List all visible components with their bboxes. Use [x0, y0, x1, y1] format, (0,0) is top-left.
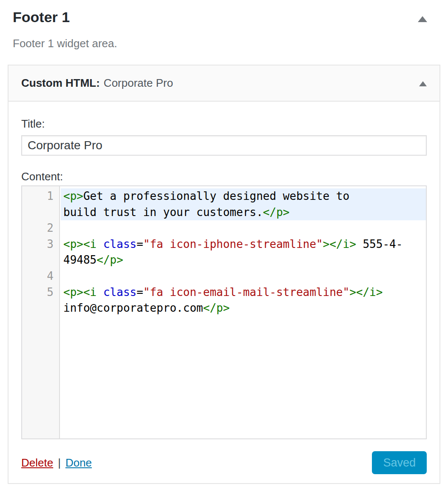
- code-token-attr: class: [103, 286, 136, 299]
- code-token-txt: info@corporatepro.com: [63, 302, 203, 314]
- title-field-label: Title:: [21, 116, 427, 131]
- code-line-content: 49485</p>: [61, 252, 426, 268]
- code-token-tag: ></i>: [349, 286, 383, 299]
- code-token-txt: Get a professionally designed website to: [83, 190, 349, 202]
- editor-line[interactable]: build trust in your customers.</p>: [22, 205, 426, 221]
- editor-line[interactable]: info@corporatepro.com</p>: [22, 300, 426, 316]
- widget-form: Title: Content: 1<p>Get a professionally…: [9, 102, 439, 474]
- done-link[interactable]: Done: [65, 456, 92, 469]
- code-token-tag: <p>: [63, 190, 83, 202]
- code-line-content: <p><i class="fa icon-iphone-streamline">…: [61, 236, 426, 253]
- line-number: [22, 205, 60, 221]
- code-line-content: [61, 268, 426, 284]
- editor-line[interactable]: 4: [22, 268, 426, 284]
- widget-title-input[interactable]: [21, 135, 427, 156]
- code-token-str: "fa icon-email-mail-streamline": [143, 286, 349, 299]
- code-token-txt: [96, 286, 103, 299]
- html-code-editor[interactable]: 1<p>Get a professionally designed websit…: [21, 185, 427, 439]
- code-token-tag: ></i>: [323, 238, 356, 250]
- code-line-content: [61, 220, 426, 236]
- code-token-tag: </p>: [203, 302, 230, 314]
- line-number: 4: [22, 268, 60, 284]
- custom-html-widget: Custom HTML: Corporate Pro Title: Conten…: [8, 65, 440, 484]
- line-number: 2: [22, 220, 60, 236]
- link-separator: |: [58, 456, 61, 469]
- code-token-txt: [96, 238, 103, 250]
- widget-links: Delete|Done: [21, 451, 92, 474]
- code-token-txt: =: [136, 238, 143, 250]
- code-line-content: build trust in your customers.</p>: [61, 205, 426, 221]
- code-token-str: "fa icon-iphone-streamline": [143, 238, 323, 250]
- editor-line[interactable]: 3<p><i class="fa icon-iphone-streamline"…: [22, 236, 426, 253]
- saved-button[interactable]: Saved: [372, 451, 427, 474]
- widget-area-description: Footer 1 widget area.: [13, 37, 117, 51]
- code-token-txt: 49485: [63, 253, 96, 266]
- widget-area-title: Footer 1: [13, 8, 70, 26]
- editor-line[interactable]: 2: [22, 220, 426, 236]
- content-field-label: Content:: [21, 169, 427, 184]
- code-token-txt: build trust in your customers.: [63, 206, 263, 219]
- line-number: [22, 252, 60, 268]
- code-line-content: info@corporatepro.com</p>: [61, 300, 426, 316]
- editor-line[interactable]: 1<p>Get a professionally designed websit…: [22, 188, 426, 205]
- widget-area-collapse-arrow-icon[interactable]: [418, 16, 427, 22]
- line-number: 1: [22, 188, 60, 205]
- widget-collapse-arrow-icon[interactable]: [419, 81, 427, 86]
- widget-instance-title: Corporate Pro: [104, 77, 173, 90]
- widget-header[interactable]: Custom HTML: Corporate Pro: [9, 65, 439, 102]
- editor-line[interactable]: 49485</p>: [22, 252, 426, 268]
- editor-line[interactable]: 5<p><i class="fa icon-email-mail-streaml…: [22, 284, 426, 301]
- line-number: 3: [22, 236, 60, 253]
- code-line-content: <p><i class="fa icon-email-mail-streamli…: [61, 284, 426, 301]
- code-token-tag: </p>: [263, 206, 290, 219]
- editor-rows: 1<p>Get a professionally designed websit…: [22, 186, 426, 316]
- widget-type-label: Custom HTML:: [21, 77, 100, 90]
- code-token-txt: =: [136, 286, 143, 299]
- line-number: 5: [22, 284, 60, 301]
- code-token-txt: 555-4-: [356, 238, 403, 250]
- code-token-tag: <p><i: [63, 238, 96, 250]
- code-line-content: <p>Get a professionally designed website…: [61, 188, 426, 205]
- widget-actions-bar: Delete|Done Saved: [21, 451, 427, 474]
- code-token-tag: <p><i: [63, 286, 96, 299]
- code-token-attr: class: [103, 238, 136, 250]
- line-number: [22, 300, 60, 316]
- delete-link[interactable]: Delete: [21, 456, 53, 469]
- code-token-tag: </p>: [96, 253, 123, 266]
